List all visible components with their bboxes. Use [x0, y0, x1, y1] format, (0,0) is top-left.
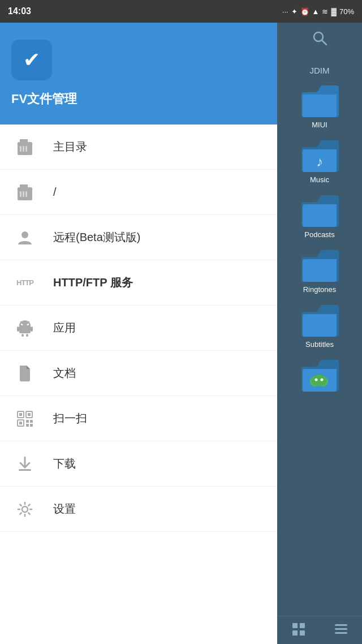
person-icon: [14, 226, 36, 249]
svg-rect-15: [17, 327, 19, 332]
download-icon: [14, 453, 36, 475]
svg-rect-47: [335, 624, 347, 626]
menu-item-settings[interactable]: 设置: [0, 487, 277, 532]
menu-item-main-dir[interactable]: 主目录: [0, 124, 277, 170]
svg-rect-10: [23, 191, 24, 197]
svg-rect-44: [300, 623, 305, 628]
svg-rect-30: [30, 420, 33, 423]
right-bottom-bar: [277, 616, 362, 644]
alarm-icon: ⏰: [300, 7, 309, 16]
folder-music-icon: ♪: [299, 140, 340, 173]
folder-item-subtitles[interactable]: Subtitles: [277, 299, 362, 354]
svg-rect-3: [20, 146, 21, 152]
menu-label-scan: 扫一扫: [53, 411, 87, 426]
folder-ringtones-icon: [299, 250, 340, 283]
svg-point-34: [22, 506, 28, 512]
svg-rect-26: [28, 413, 31, 416]
svg-rect-28: [19, 422, 22, 424]
file-icon: [14, 362, 36, 385]
folder-item-wechat[interactable]: [277, 354, 362, 401]
bluetooth-symbol: ✦: [291, 7, 298, 16]
menu-item-download[interactable]: 下载: [0, 441, 277, 487]
menu-label-main-dir: 主目录: [53, 139, 87, 154]
svg-rect-8: [28, 184, 30, 187]
svg-rect-29: [26, 420, 29, 423]
battery-icon: ▓: [331, 7, 336, 16]
main-layout: ✔ FV文件管理 主目录: [0, 23, 362, 644]
list-view-icon[interactable]: [334, 622, 348, 638]
svg-rect-18: [26, 334, 28, 337]
menu-label-download: 下载: [53, 456, 76, 471]
grid-view-icon[interactable]: [292, 622, 305, 638]
menu-item-apps[interactable]: 应用: [0, 306, 277, 351]
http-icon: HTTP: [14, 272, 36, 294]
menu-item-scan[interactable]: 扫一扫: [0, 396, 277, 441]
right-panel: JDIM MIUI ♪: [277, 23, 362, 644]
bluetooth-icon: ···: [282, 7, 288, 16]
svg-rect-11: [25, 191, 27, 197]
jdim-label: JDIM: [277, 59, 362, 80]
svg-rect-32: [30, 424, 33, 427]
folder-miui-icon: [299, 85, 340, 118]
svg-rect-24: [19, 413, 22, 416]
menu-item-remote[interactable]: 远程(Beta测试版): [0, 215, 277, 260]
folder-subtitles-name: Subtitles: [305, 340, 334, 349]
sidebar-menu: 主目录 /: [0, 124, 277, 644]
folder-ringtones-name: Ringtones: [303, 285, 337, 294]
svg-rect-33: [19, 469, 31, 471]
svg-rect-17: [21, 334, 24, 337]
right-search-bar[interactable]: [277, 23, 362, 57]
menu-label-remote: 远程(Beta测试版): [53, 230, 140, 245]
folder-item-miui[interactable]: MIUI: [277, 80, 362, 135]
svg-point-42: [321, 379, 324, 381]
folder-item-music[interactable]: ♪ Music: [277, 135, 362, 190]
svg-rect-43: [292, 623, 298, 628]
menu-label-docs: 文档: [53, 366, 76, 381]
status-icons: ··· ✦ ⏰ ▲ ≋ ▓ 70%: [282, 7, 354, 16]
svg-point-40: [311, 375, 327, 386]
folder-miui-name: MIUI: [312, 121, 327, 129]
folder-wechat-icon: [299, 360, 340, 393]
folder-item-ringtones[interactable]: Ringtones: [277, 244, 362, 299]
svg-rect-6: [18, 187, 32, 200]
menu-label-settings: 设置: [53, 501, 76, 517]
sidebar-header: ✔ FV文件管理: [0, 23, 277, 124]
menu-label-apps: 应用: [53, 320, 76, 336]
svg-point-41: [315, 379, 318, 381]
search-icon[interactable]: [312, 30, 327, 50]
sdcard-main-icon: [14, 136, 36, 158]
svg-rect-14: [19, 325, 31, 333]
svg-rect-46: [300, 630, 305, 636]
svg-rect-4: [23, 146, 24, 152]
folder-item-podcasts[interactable]: Podcasts: [277, 190, 362, 244]
svg-rect-0: [18, 142, 32, 155]
signal-icon: ▲: [312, 7, 320, 16]
status-bar: 14:03 ··· ✦ ⏰ ▲ ≋ ▓ 70%: [0, 0, 362, 23]
svg-rect-2: [28, 139, 30, 142]
checkmark-icon: ✔: [23, 48, 40, 72]
svg-rect-9: [20, 191, 21, 197]
svg-rect-31: [26, 424, 29, 427]
status-time: 14:03: [8, 6, 31, 16]
android-icon: [14, 317, 36, 340]
folder-subtitles-icon: [299, 305, 340, 338]
menu-item-root[interactable]: /: [0, 170, 277, 215]
sidebar: ✔ FV文件管理 主目录: [0, 23, 277, 644]
folder-music-name: Music: [310, 175, 329, 184]
app-name: FV文件管理: [11, 91, 266, 108]
svg-rect-16: [31, 327, 33, 332]
svg-rect-45: [292, 630, 298, 636]
menu-item-docs[interactable]: 文档: [0, 351, 277, 396]
svg-rect-48: [335, 628, 347, 630]
menu-label-root: /: [53, 186, 57, 199]
menu-label-http-ftp: HTTP/FTP 服务: [53, 275, 133, 290]
qr-icon: [14, 407, 36, 430]
svg-rect-49: [335, 632, 347, 634]
sdcard-root-icon: [14, 181, 36, 204]
app-icon: ✔: [11, 40, 52, 80]
wifi-icon: ≋: [322, 7, 328, 16]
folder-podcasts-icon: [299, 195, 340, 228]
settings-gear-icon: [14, 498, 36, 521]
menu-item-http-ftp[interactable]: HTTP HTTP/FTP 服务: [0, 260, 277, 306]
svg-rect-5: [25, 146, 27, 152]
